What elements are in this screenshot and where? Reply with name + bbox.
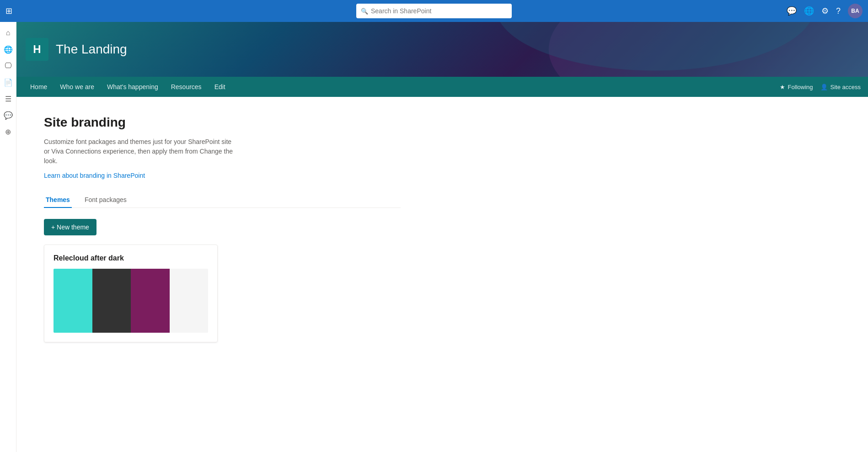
star-icon: ★ xyxy=(780,84,785,90)
tab-themes[interactable]: Themes xyxy=(44,192,72,208)
sidebar-chat-icon[interactable]: 💬 xyxy=(1,108,16,122)
nav-item-whats-happening[interactable]: What's happening xyxy=(101,77,165,97)
sidebar-globe-icon[interactable]: 🌐 xyxy=(1,42,16,57)
main-wrapper: H The Landing Home Who we are What's hap… xyxy=(16,22,868,361)
top-bar-left: ⊞ xyxy=(5,6,16,16)
nav-right: ★ Following 👤 Site access xyxy=(780,84,861,90)
top-bar-right: 💬 🌐 ⚙ ? BA xyxy=(787,4,863,18)
site-access-button[interactable]: 👤 Site access xyxy=(820,84,861,90)
top-bar: ⊞ 🔍 💬 🌐 ⚙ ? BA xyxy=(0,0,868,22)
settings-icon[interactable]: ⚙ xyxy=(821,6,829,16)
color-swatch-4 xyxy=(170,269,209,333)
site-title: The Landing xyxy=(56,42,127,57)
page-heading: Site branding xyxy=(44,115,401,130)
person-icon: 👤 xyxy=(820,84,828,90)
site-logo: H xyxy=(26,38,48,61)
sidebar-home-icon[interactable]: ⌂ xyxy=(1,26,16,40)
search-box: 🔍 xyxy=(356,4,512,18)
site-banner: H The Landing xyxy=(16,22,868,77)
page-content: Site branding Customize font packages an… xyxy=(16,97,428,361)
following-button[interactable]: ★ Following xyxy=(780,84,813,90)
sidebar-list-icon[interactable]: ☰ xyxy=(1,91,16,106)
search-input[interactable] xyxy=(371,7,507,15)
search-icon: 🔍 xyxy=(361,8,368,15)
sidebar: ⌂ 🌐 🖵 📄 ☰ 💬 ⊕ xyxy=(0,22,16,361)
color-swatch-2 xyxy=(92,269,131,333)
theme-card: Relecloud after dark xyxy=(44,245,218,342)
following-label: Following xyxy=(788,84,813,90)
sidebar-doc-icon[interactable]: 📄 xyxy=(1,75,16,90)
new-theme-button[interactable]: + New theme xyxy=(44,219,96,235)
theme-card-title: Relecloud after dark xyxy=(54,254,208,262)
nav-item-home[interactable]: Home xyxy=(24,77,54,97)
page-description: Customize font packages and themes just … xyxy=(44,137,236,166)
nav-item-resources[interactable]: Resources xyxy=(165,77,208,97)
tabs-container: Themes Font packages xyxy=(44,192,401,208)
help-icon[interactable]: ? xyxy=(836,6,841,16)
color-swatch-3 xyxy=(131,269,170,333)
nav-bar: Home Who we are What's happening Resourc… xyxy=(16,77,868,97)
tab-font-packages[interactable]: Font packages xyxy=(83,192,129,208)
nav-left: Home Who we are What's happening Resourc… xyxy=(24,77,232,97)
site-access-label: Site access xyxy=(830,84,861,90)
nav-item-who-we-are[interactable]: Who we are xyxy=(54,77,101,97)
avatar[interactable]: BA xyxy=(848,4,863,18)
nav-item-edit[interactable]: Edit xyxy=(208,77,232,97)
learn-link[interactable]: Learn about branding in SharePoint xyxy=(44,172,145,179)
sidebar-add-icon[interactable]: ⊕ xyxy=(1,124,16,139)
network-icon[interactable]: 🌐 xyxy=(804,6,814,16)
color-swatch-1 xyxy=(54,269,92,333)
sidebar-apps-icon[interactable]: 🖵 xyxy=(1,58,16,73)
waffle-icon[interactable]: ⊞ xyxy=(5,6,12,16)
theme-color-swatches xyxy=(54,269,208,333)
chat-icon[interactable]: 💬 xyxy=(787,6,797,16)
